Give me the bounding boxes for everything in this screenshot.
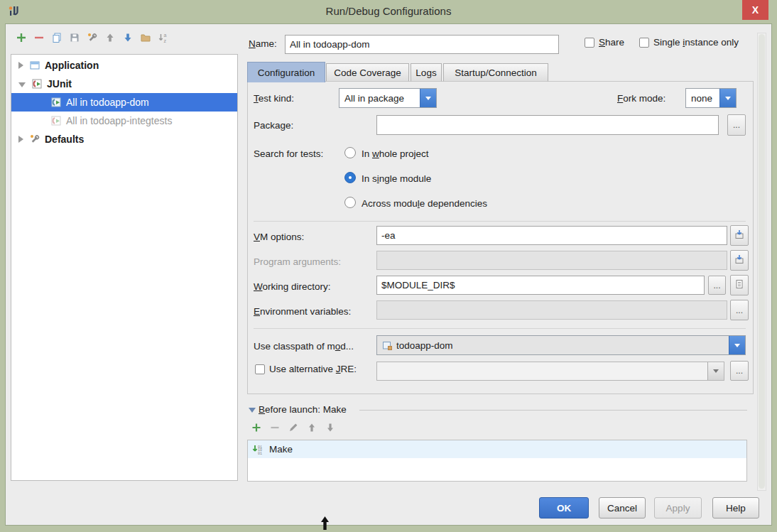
add-icon[interactable] — [251, 422, 262, 433]
tab-startup-connection[interactable]: Startup/Connection — [443, 63, 548, 82]
configurations-toolbar: az — [16, 32, 169, 43]
before-launch-item-label: Make — [269, 444, 293, 455]
test-kind-label: Test kind: — [254, 92, 294, 106]
chevron-down-icon[interactable] — [18, 82, 26, 87]
working-directory-label: Working directory: — [254, 280, 331, 294]
single-instance-checkbox-box[interactable] — [639, 38, 649, 48]
classpath-module-select[interactable]: todoapp-dom — [376, 335, 746, 355]
move-up-icon[interactable] — [306, 422, 317, 433]
vm-options-label: VM options: — [254, 230, 304, 244]
move-up-icon[interactable] — [104, 32, 116, 43]
dropdown-arrow-button[interactable] — [420, 89, 436, 107]
name-input[interactable] — [285, 35, 559, 54]
alternative-jre-browse-button[interactable]: ... — [730, 361, 749, 381]
new-folder-icon[interactable] — [140, 32, 151, 43]
edit-defaults-wrench-icon[interactable] — [87, 32, 98, 43]
list-icon — [734, 278, 745, 292]
edit-pencil-icon[interactable] — [288, 422, 299, 433]
configuration-tab-panel: Test kind: All in package Fork mode: non… — [247, 81, 754, 394]
tree-item-defaults[interactable]: Defaults — [11, 130, 237, 148]
name-label: Name: — [249, 37, 277, 51]
run-debug-configurations-dialog: Run/Debug Configurations X — [0, 0, 777, 532]
defaults-wrench-icon — [29, 134, 40, 145]
dropdown-arrow-button[interactable] — [729, 336, 745, 354]
tree-item-all-in-todoapp-dom[interactable]: All in todoapp-dom — [11, 93, 237, 112]
alternative-jre-checkbox-box[interactable] — [255, 364, 265, 374]
fork-mode-select[interactable]: none — [685, 88, 737, 108]
environment-variables-browse-button[interactable]: ... — [730, 300, 749, 320]
collapse-triangle-icon[interactable] — [249, 408, 256, 413]
move-down-icon[interactable] — [122, 32, 134, 43]
package-browse-button[interactable]: ... — [727, 114, 746, 136]
tab-logs[interactable]: Logs — [411, 63, 442, 82]
save-icon[interactable] — [69, 32, 80, 43]
section-rule — [359, 410, 747, 411]
cursor-pointer — [320, 516, 330, 532]
application-icon — [29, 60, 40, 71]
copy-icon[interactable] — [51, 32, 63, 43]
add-icon[interactable] — [16, 32, 27, 43]
vertical-scrollbar[interactable] — [757, 33, 766, 491]
radio-across-dependencies[interactable] — [344, 197, 356, 208]
working-directory-browse-button[interactable]: ... — [708, 276, 726, 295]
tree-item-all-in-todoapp-integtests[interactable]: All in todoapp-integtests — [11, 112, 237, 130]
cancel-button[interactable]: Cancel — [599, 497, 646, 519]
junit-configuration-icon — [50, 97, 62, 108]
program-arguments-input — [376, 251, 727, 270]
radio-whole-project[interactable] — [344, 147, 356, 158]
tab-code-coverage[interactable]: Code Coverage — [326, 63, 409, 82]
fork-mode-value: none — [686, 89, 719, 107]
expand-field-icon — [734, 254, 745, 267]
chevron-right-icon[interactable] — [18, 136, 23, 143]
test-kind-value: All in package — [339, 89, 420, 107]
radio-whole-project-label: In whole project — [362, 147, 429, 161]
sort-alphabetically-icon[interactable]: az — [158, 32, 169, 43]
package-input[interactable] — [376, 115, 719, 135]
tree-item-label: All in todoapp-integtests — [66, 115, 172, 126]
working-directory-macros-button[interactable] — [730, 275, 749, 295]
share-label: Share — [599, 37, 624, 48]
share-checkbox[interactable]: Share — [585, 37, 624, 48]
share-checkbox-box[interactable] — [585, 38, 594, 48]
scrollbar-thumb[interactable] — [759, 34, 765, 489]
dropdown-arrow-button[interactable] — [719, 89, 736, 107]
tree-item-label: JUnit — [47, 78, 72, 89]
separator — [254, 221, 746, 222]
environment-variables-label: Environment variables: — [254, 305, 351, 319]
vm-options-expand-button[interactable] — [730, 225, 749, 246]
move-down-icon[interactable] — [325, 422, 336, 433]
remove-icon[interactable] — [33, 32, 45, 43]
classpath-module-label: Use classpath of mod... — [254, 340, 354, 354]
svg-text:a: a — [164, 33, 167, 38]
dialog-body: az Application JUnit — [5, 23, 772, 526]
alternative-jre-checkbox[interactable]: Use alternative JRE: — [255, 364, 357, 374]
single-instance-checkbox[interactable]: Single instance only — [639, 37, 739, 48]
vm-options-input[interactable] — [376, 226, 727, 245]
help-button[interactable]: Help — [712, 497, 759, 519]
window-title: Run/Debug Configurations — [0, 5, 777, 17]
titlebar[interactable]: Run/Debug Configurations X — [0, 0, 777, 23]
program-arguments-expand-button[interactable] — [730, 250, 749, 271]
apply-button: Apply — [654, 497, 702, 519]
radio-across-dependencies-label: Across module dependencies — [362, 197, 487, 211]
tree-item-junit[interactable]: JUnit — [11, 75, 237, 93]
separator — [254, 328, 746, 329]
remove-icon[interactable] — [269, 422, 281, 433]
tree-item-application[interactable]: Application — [11, 56, 237, 75]
radio-single-module[interactable] — [344, 172, 356, 183]
chevron-right-icon[interactable] — [18, 62, 23, 69]
svg-text:01: 01 — [258, 451, 262, 455]
test-kind-select[interactable]: All in package — [339, 88, 437, 108]
expand-field-icon — [734, 229, 745, 242]
tree-item-label: Defaults — [45, 134, 84, 145]
tree-item-label: All in todoapp-dom — [66, 97, 149, 108]
working-directory-input[interactable] — [376, 276, 705, 295]
ok-button[interactable]: OK — [539, 497, 589, 519]
tab-configuration[interactable]: Configuration — [247, 62, 325, 82]
close-button[interactable]: X — [742, 0, 768, 20]
before-launch-item-make[interactable]: 011001 Make — [248, 440, 746, 458]
dropdown-arrow-button — [707, 362, 724, 380]
module-icon — [382, 340, 393, 351]
junit-configuration-icon — [50, 115, 62, 126]
radio-single-module-label: In single module — [362, 172, 431, 186]
